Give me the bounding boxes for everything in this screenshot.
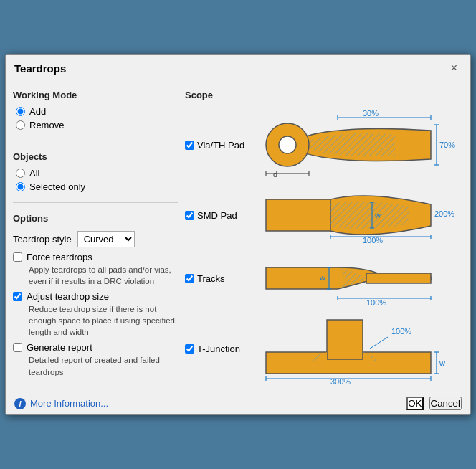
objects-selected-only[interactable]: Selected only (16, 181, 178, 192)
force-teardrops-check[interactable]: Force teardrops (13, 252, 178, 262)
generate-report-desc: Detailed report of created and failed te… (13, 354, 178, 377)
smdpad-svg: w 200% 100% (252, 186, 460, 244)
adjust-size-check[interactable]: Adjust teardrop size (13, 291, 178, 302)
title-bar: Teardrops × (6, 55, 470, 82)
viathpad-label: Via/TH Pad (185, 140, 246, 151)
bottom-bar: i More Information... OK Cancel (6, 392, 470, 414)
svg-point-2 (279, 136, 296, 153)
tjunction-checkbox[interactable] (185, 344, 194, 354)
viathpad-diagram: 30% 70% d (252, 109, 463, 181)
teardrop-style-select[interactable]: Curved Straight Custom (77, 231, 135, 247)
svg-text:d: d (273, 170, 277, 179)
svg-text:30%: 30% (363, 109, 379, 118)
smdpad-text: SMD Pad (197, 210, 237, 221)
svg-text:100%: 100% (391, 327, 411, 336)
viathpad-text: Via/TH Pad (197, 140, 244, 151)
svg-text:300%: 300% (330, 377, 351, 384)
right-panel: Scope Via/TH Pad (185, 90, 463, 384)
diagram-smdpad: SMD Pad (185, 186, 463, 244)
tjunction-diagram: 100% w 300% (252, 313, 463, 384)
ok-button[interactable]: OK (406, 397, 423, 410)
tjunction-label: T-Junction (185, 344, 246, 354)
more-info-area: i More Information... (14, 398, 108, 409)
svg-text:100%: 100% (363, 236, 383, 244)
svg-rect-27 (366, 273, 431, 283)
left-panel: Working Mode Add Remove Objects (13, 90, 178, 384)
smdpad-checkbox[interactable] (185, 211, 194, 220)
objects-all[interactable]: All (16, 168, 178, 179)
dialog-title: Teardrops (14, 62, 66, 75)
tracks-label: Tracks (185, 273, 246, 284)
generate-report-block: Generate report Detailed report of creat… (13, 342, 178, 377)
svg-text:100%: 100% (366, 298, 386, 307)
tracks-checkbox[interactable] (185, 274, 194, 283)
info-icon: i (14, 398, 26, 409)
tracks-text: Tracks (197, 273, 225, 284)
svg-rect-16 (266, 199, 330, 231)
tjunction-svg: 100% w 300% (252, 313, 460, 384)
svg-line-40 (370, 337, 388, 349)
svg-text:w: w (439, 359, 445, 367)
more-info-link[interactable]: More Information... (30, 398, 108, 409)
force-teardrops-block: Force teardrops Apply teardrops to all p… (13, 252, 178, 287)
dialog-body: Working Mode Add Remove Objects (6, 82, 470, 392)
working-mode-section: Working Mode Add Remove (13, 90, 178, 131)
options-title: Options (13, 213, 178, 224)
smdpad-label: SMD Pad (185, 210, 246, 221)
smdpad-diagram: w 200% 100% (252, 186, 463, 244)
teardrop-style-row: Teardrop style Curved Straight Custom (13, 231, 178, 247)
tracks-diagram: w 100% (252, 250, 463, 307)
objects-section: Objects All Selected only (13, 151, 178, 192)
adjust-size-desc: Reduce teardrop size if there is not eno… (13, 303, 178, 338)
svg-rect-38 (327, 320, 363, 359)
diagram-tracks: Tracks (185, 250, 463, 307)
svg-text:w: w (374, 211, 381, 219)
adjust-size-block: Adjust teardrop size Reduce teardrop siz… (13, 291, 178, 338)
diagram-tjunction: T-Junction (185, 313, 463, 384)
viathpad-svg: 30% 70% d (252, 109, 460, 181)
diagram-viathpad: Via/TH Pad (185, 109, 463, 181)
working-mode-title: Working Mode (13, 90, 178, 100)
scope-title: Scope (185, 90, 463, 100)
options-section: Options Teardrop style Curved Straight C… (13, 213, 178, 378)
teardrops-dialog: Teardrops × Working Mode Add Remove (5, 54, 471, 415)
tjunction-text: T-Junction (197, 344, 240, 354)
action-buttons: OK Cancel (406, 397, 462, 410)
teardrop-style-label: Teardrop style (13, 234, 72, 245)
working-mode-radio-group: Add Remove (13, 106, 178, 131)
generate-report-check[interactable]: Generate report (13, 342, 178, 353)
objects-radio-group: All Selected only (13, 168, 178, 192)
working-mode-remove[interactable]: Remove (16, 120, 178, 131)
working-mode-add[interactable]: Add (16, 106, 178, 117)
close-button[interactable]: × (447, 60, 462, 76)
objects-title: Objects (13, 151, 178, 162)
svg-text:70%: 70% (439, 141, 455, 149)
tracks-svg: w 100% (252, 250, 460, 307)
force-teardrops-desc: Apply teardrops to all pads and/or vias,… (13, 264, 178, 287)
svg-text:200%: 200% (434, 209, 454, 218)
cancel-button[interactable]: Cancel (429, 397, 462, 410)
viathpad-checkbox[interactable] (185, 141, 194, 150)
svg-text:w: w (319, 273, 325, 282)
